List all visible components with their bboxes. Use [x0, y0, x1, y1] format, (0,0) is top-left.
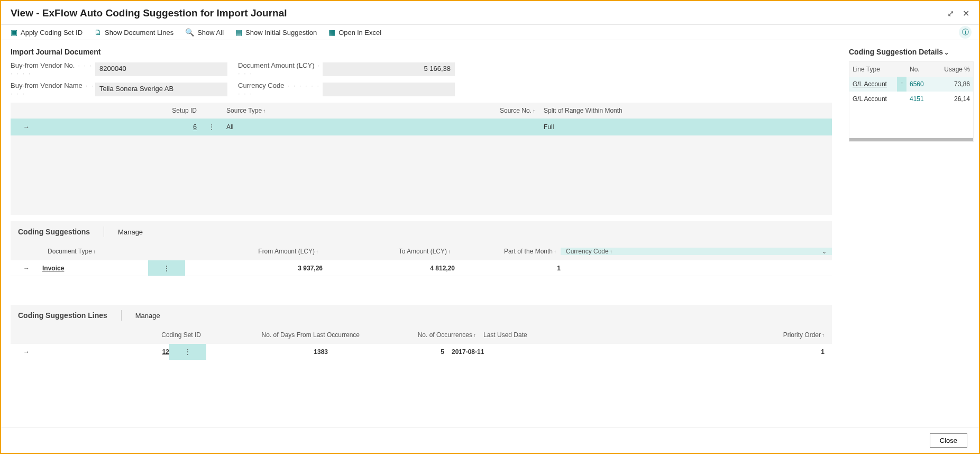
toolbar: ▣ Apply Coding Set ID 🗎 Show Document Li… [1, 25, 979, 40]
show-all-icon: 🔍 [185, 28, 194, 37]
col-to-amount[interactable]: To Amount (LCY) [399, 248, 447, 255]
suggestions-grid-header: Document Type↑ From Amount (LCY)↑ To Amo… [11, 242, 832, 260]
document-lines-icon: 🗎 [94, 28, 102, 37]
show-initial-label: Show Initial Suggestion [245, 29, 317, 37]
setup-id-link[interactable]: 6 [193, 123, 197, 131]
col-document-type[interactable]: Document Type [48, 248, 92, 255]
row-actions-icon[interactable]: ⋮ [148, 260, 185, 276]
account-no-link[interactable]: 4151 [906, 95, 944, 103]
apply-label: Apply Coding Set ID [21, 29, 83, 37]
lines-grid-row[interactable]: → 12 ⋮ 1383 5 2017-08-11 1 [11, 344, 832, 360]
coding-suggestions-title: Coding Suggestions [18, 228, 90, 236]
excel-icon: ▦ [328, 28, 335, 37]
details-row[interactable]: G/L Account 4151 26,14 [849, 92, 973, 106]
document-type-link[interactable]: Invoice [42, 265, 64, 272]
col-coding-set-id[interactable]: Coding Set ID [42, 331, 201, 339]
part-of-month-value: 1 [455, 265, 561, 272]
vendor-name-label: Buy-from Vendor Name· · · · · [11, 81, 95, 97]
col-currency-code[interactable]: Currency Code↑ ⌄ [561, 248, 832, 255]
currency-code-value[interactable] [323, 83, 455, 96]
col-days-from-last[interactable]: No. of Days From Last Occurrence [201, 331, 360, 339]
priority-value: 1 [529, 348, 832, 356]
show-lines-label: Show Document Lines [105, 29, 173, 37]
line-type-link[interactable]: G/L Account [849, 80, 897, 88]
field-row: Buy-from Vendor Name· · · · · Telia Sone… [11, 81, 832, 97]
scroll-area[interactable]: Import Journal Document Buy-from Vendor … [11, 48, 839, 416]
col-from-amount[interactable]: From Amount (LCY) [258, 248, 315, 255]
row-actions-icon[interactable]: ⋮ [201, 123, 222, 131]
chevron-down-icon[interactable]: ⌄ [822, 248, 827, 255]
show-document-lines-button[interactable]: 🗎 Show Document Lines [94, 28, 173, 37]
vendor-no-label: Buy-from Vendor No.· · · · · · · [11, 61, 95, 77]
col-priority-order[interactable]: Priority Order [783, 331, 821, 339]
coding-suggestions-header: Coding Suggestions Manage [11, 221, 832, 242]
col-line-type[interactable]: Line Type [849, 66, 897, 73]
coding-lines-manage-button[interactable]: Manage [135, 312, 160, 320]
setup-grid-row[interactable]: → 6 ⋮ All Full [11, 119, 832, 135]
source-type-value: All [222, 123, 381, 131]
col-usage[interactable]: Usage % [944, 66, 973, 73]
col-part-of-month[interactable]: Part of the Month [504, 248, 553, 255]
line-type-value: G/L Account [849, 95, 897, 103]
footer: Close [1, 428, 979, 453]
info-icon[interactable]: ⓘ [959, 26, 972, 39]
setup-grid-empty [11, 135, 832, 215]
window-actions: ⤢ ✕ [947, 8, 969, 19]
col-setup-id[interactable]: Setup ID [42, 107, 201, 114]
show-all-label: Show All [197, 29, 224, 37]
usage-value: 26,14 [944, 95, 973, 103]
close-icon[interactable]: ✕ [963, 8, 969, 19]
horizontal-scrollbar[interactable] [849, 138, 973, 141]
coding-set-id-link[interactable]: 12 [162, 348, 169, 356]
coding-lines-header: Coding Suggestion Lines Manage [11, 305, 832, 326]
lines-grid-header: Coding Set ID No. of Days From Last Occu… [11, 326, 832, 344]
collapse-icon[interactable]: ⤢ [947, 8, 954, 19]
col-split[interactable]: Split of Range Within Month [539, 107, 832, 114]
field-row: Buy-from Vendor No.· · · · · · · 8200040… [11, 61, 832, 77]
col-no[interactable]: No. [906, 66, 944, 73]
document-amount-field: Document Amount (LCY)· · · · 5 166,38 [238, 61, 455, 77]
from-amount-value: 3 937,26 [185, 265, 323, 272]
coding-suggestion-lines-panel: Coding Suggestion Lines Manage Coding Se… [11, 305, 832, 381]
row-actions-icon[interactable]: ⋮ [169, 344, 206, 360]
row-expand-icon[interactable]: → [11, 123, 42, 131]
row-expand-icon[interactable]: → [11, 265, 42, 272]
currency-code-field: Currency Code· · · · · · · · · [238, 81, 455, 97]
vendor-name-value[interactable]: Telia Sonera Sverige AB [95, 83, 227, 96]
close-button[interactable]: Close [930, 433, 967, 448]
col-last-used-date[interactable]: Last Used Date [476, 331, 561, 339]
show-all-button[interactable]: 🔍 Show All [185, 28, 224, 37]
show-initial-suggestion-button[interactable]: ▤ Show Initial Suggestion [235, 28, 317, 37]
coding-suggestions-panel: Coding Suggestions Manage Document Type↑… [11, 221, 832, 297]
apply-coding-set-id-button[interactable]: ▣ Apply Coding Set ID [11, 28, 83, 37]
row-expand-icon[interactable]: → [11, 348, 42, 356]
occurrences-value: 5 [328, 348, 444, 356]
row-actions-icon[interactable]: ⋮ [897, 77, 906, 92]
vendor-name-field: Buy-from Vendor Name· · · · · Telia Sone… [11, 81, 227, 97]
apply-icon: ▣ [11, 28, 17, 37]
col-occurrences[interactable]: No. of Occurrences [418, 331, 472, 339]
details-table: Line Type No. Usage % G/L Account ⋮ 6560… [849, 61, 974, 142]
account-no-link[interactable]: 6560 [906, 80, 944, 88]
import-journal-heading: Import Journal Document [11, 48, 832, 56]
coding-suggestions-manage-button[interactable]: Manage [118, 228, 143, 236]
col-source-type[interactable]: Source Type [226, 107, 262, 114]
details-pane: Coding Suggestion Details⌄ Line Type No.… [841, 40, 979, 416]
details-header: Line Type No. Usage % [849, 62, 973, 77]
details-row[interactable]: G/L Account ⋮ 6560 73,86 [849, 77, 973, 92]
coding-lines-title: Coding Suggestion Lines [18, 311, 107, 320]
setup-grid-header: Setup ID Source Type↑ Source No.↑ Split … [11, 103, 832, 119]
last-used-value: 2017-08-11 [444, 348, 529, 356]
vendor-no-value[interactable]: 8200040 [95, 62, 227, 76]
open-excel-label: Open in Excel [338, 29, 381, 37]
col-source-no[interactable]: Source No. [500, 107, 532, 114]
document-amount-value[interactable]: 5 166,38 [323, 62, 455, 76]
setup-grid: Setup ID Source Type↑ Source No.↑ Split … [11, 103, 832, 215]
suggestions-grid-row[interactable]: → Invoice ⋮ 3 937,26 4 812,20 1 [11, 260, 832, 276]
details-title[interactable]: Coding Suggestion Details⌄ [849, 48, 974, 56]
chevron-down-icon: ⌄ [944, 49, 949, 56]
open-in-excel-button[interactable]: ▦ Open in Excel [328, 28, 381, 37]
to-amount-value: 4 812,20 [323, 265, 455, 272]
initial-suggestion-icon: ▤ [235, 28, 242, 37]
vendor-no-field: Buy-from Vendor No.· · · · · · · 8200040 [11, 61, 227, 77]
